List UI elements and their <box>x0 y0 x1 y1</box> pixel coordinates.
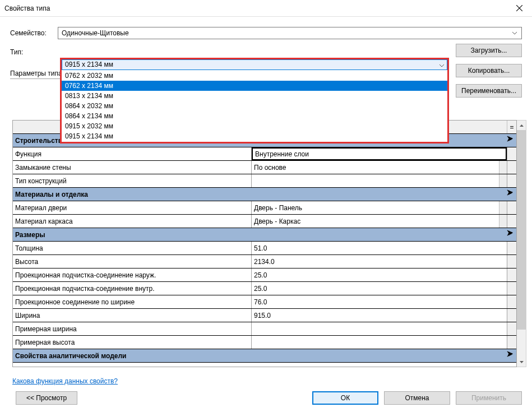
chevron-down-icon <box>510 32 519 35</box>
param-label: Примерная высота <box>13 336 252 349</box>
param-value[interactable]: 25.0 <box>252 269 507 281</box>
param-eq-cell <box>507 295 516 308</box>
type-dropdown-item[interactable]: 0915 x 2032 мм <box>62 121 447 131</box>
preview-button[interactable]: << Просмотр <box>16 391 77 405</box>
type-select-value[interactable]: 0915 x 2134 мм <box>62 59 447 70</box>
param-label: Проекционное соединение по ширине <box>13 295 252 308</box>
param-label: Проекционная подчистка-соединение наруж. <box>13 269 252 281</box>
param-eq-cell <box>507 255 516 268</box>
scroll-up-icon[interactable] <box>517 121 526 130</box>
col-header-eq[interactable]: = <box>507 121 516 133</box>
copy-button[interactable]: Копировать... <box>456 64 522 77</box>
group-header[interactable]: Размеры⮝ <box>13 228 516 242</box>
param-eq-cell <box>507 269 516 281</box>
param-eq-cell <box>507 161 516 174</box>
type-dropdown-item[interactable]: 0864 x 2032 мм <box>62 101 447 111</box>
type-select-text: 0915 x 2134 мм <box>65 61 113 68</box>
param-eq-cell <box>507 242 516 254</box>
param-row: Проекционное соединение по ширине76.0 <box>13 295 516 309</box>
type-dropdown-item[interactable]: 0915 x 2134 мм <box>62 131 447 141</box>
rename-button[interactable]: Переименовать... <box>456 84 522 98</box>
param-value[interactable]: 2134.0 <box>252 255 507 268</box>
cancel-button[interactable]: Отмена <box>384 391 450 405</box>
scroll-down-icon[interactable] <box>517 357 526 367</box>
param-label: Материал двери <box>13 201 252 214</box>
scrollbar-thumb[interactable] <box>517 130 526 330</box>
param-row: Ширина915.0 <box>13 309 516 322</box>
param-row: ФункцияВнутренние слои <box>13 147 516 161</box>
window-title: Свойства типа <box>4 4 506 12</box>
param-row: Примерная высота <box>13 336 516 349</box>
cell-edit-button[interactable] <box>499 161 507 174</box>
params-table: = Строительство⮝ФункцияВнутренние слоиЗа… <box>12 120 517 367</box>
param-row: Примерная ширина <box>13 322 516 336</box>
type-label: Тип: <box>10 48 58 56</box>
group-header[interactable]: Свойства аналитической модели⮝ <box>13 349 516 363</box>
param-label: Функция <box>13 147 252 160</box>
type-dropdown-item[interactable]: 0762 x 2032 мм <box>62 71 447 81</box>
param-eq-cell <box>507 322 516 335</box>
param-label: Замыкание стены <box>13 161 252 174</box>
param-label: Высота <box>13 255 252 268</box>
param-row: Материал каркасаДверь - Каркас <box>13 215 516 228</box>
param-value[interactable]: Дверь - Панель <box>252 201 507 214</box>
param-value[interactable]: По основе <box>252 161 507 174</box>
param-row: Толщина51.0 <box>13 242 516 255</box>
param-row: Проекционная подчистка-соединение внутр.… <box>13 282 516 295</box>
param-label: Примерная ширина <box>13 322 252 335</box>
param-row: Высота2134.0 <box>13 255 516 269</box>
param-label: Ширина <box>13 309 252 322</box>
type-dropdown-item[interactable]: 0813 x 2134 мм <box>62 91 447 101</box>
type-dropdown-item[interactable]: 0864 x 2134 мм <box>62 111 447 121</box>
param-value[interactable]: 25.0 <box>252 282 507 295</box>
param-label: Проекционная подчистка-соединение внутр. <box>13 282 252 295</box>
vertical-scrollbar[interactable] <box>517 120 526 367</box>
param-value[interactable] <box>252 174 507 187</box>
param-value[interactable]: Внутренние слои <box>252 147 507 160</box>
cell-edit-button[interactable] <box>499 174 507 187</box>
cell-edit-button[interactable] <box>499 201 507 214</box>
chevron-down-icon <box>440 61 444 69</box>
param-label: Толщина <box>13 242 252 254</box>
ok-button[interactable]: ОК <box>312 391 378 405</box>
chevron-collapse-icon[interactable]: ⮝ <box>507 189 514 196</box>
param-value[interactable] <box>252 336 507 349</box>
apply-button[interactable]: Применить <box>456 391 522 405</box>
param-row: Материал двериДверь - Панель <box>13 201 516 215</box>
load-button[interactable]: Загрузить... <box>456 44 522 57</box>
param-eq-cell <box>507 174 516 187</box>
family-select-value: Одиночные-Щитовые <box>62 29 510 37</box>
param-label: Тип конструкций <box>13 174 252 187</box>
param-eq-cell <box>507 309 516 322</box>
param-row: Тип конструкций <box>13 174 516 188</box>
param-value[interactable]: Дверь - Каркас <box>252 215 507 228</box>
close-button[interactable] <box>506 0 532 17</box>
cell-edit-button[interactable] <box>499 215 507 228</box>
param-eq-cell <box>507 201 516 214</box>
chevron-collapse-icon[interactable]: ⮝ <box>507 351 514 357</box>
param-value[interactable]: 76.0 <box>252 295 507 308</box>
param-eq-cell <box>507 336 516 349</box>
param-value[interactable]: 915.0 <box>252 309 507 322</box>
param-eq-cell <box>507 215 516 228</box>
type-dropdown-item[interactable]: 0762 x 2134 мм <box>62 81 447 91</box>
chevron-collapse-icon[interactable]: ⮝ <box>507 230 514 236</box>
close-icon <box>516 5 522 11</box>
param-row: Замыкание стеныПо основе <box>13 161 516 174</box>
param-value[interactable]: 51.0 <box>252 242 507 254</box>
family-select[interactable]: Одиночные-Щитовые <box>58 27 522 39</box>
param-label: Материал каркаса <box>13 215 252 228</box>
param-eq-cell <box>507 147 516 160</box>
type-dropdown[interactable]: 0915 x 2134 мм 0762 x 2032 мм0762 x 2134… <box>60 58 449 143</box>
family-label: Семейство: <box>10 29 58 37</box>
param-eq-cell <box>507 282 516 295</box>
chevron-collapse-icon[interactable]: ⮝ <box>507 136 514 142</box>
param-row: Проекционная подчистка-соединение наруж.… <box>13 269 516 282</box>
param-value[interactable] <box>252 322 507 335</box>
group-header[interactable]: Материалы и отделка⮝ <box>13 188 516 201</box>
